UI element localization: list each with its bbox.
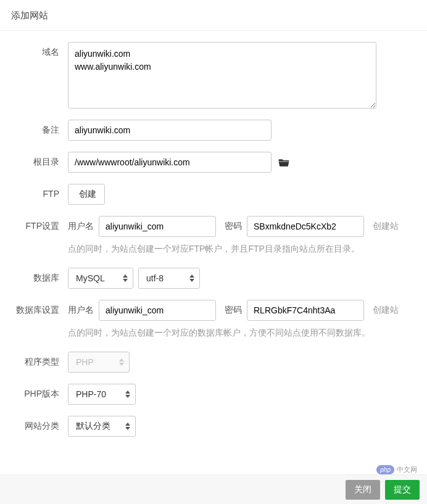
program-select: PHP <box>68 352 130 373</box>
ftp-pwd-label: 密码 <box>225 221 242 232</box>
label-ftp: FTP <box>0 184 68 199</box>
domain-textarea[interactable] <box>68 42 376 109</box>
category-select[interactable]: 默认分类 <box>68 416 136 437</box>
dialog-title: 添加网站 <box>0 0 427 31</box>
db-pwd-label: 密码 <box>225 305 242 316</box>
db-engine-select[interactable]: MySQL <box>68 268 133 289</box>
ftp-select[interactable]: 创建 <box>68 184 105 205</box>
db-hint: 点的同时，为站点创建一个对应的数据库帐户，方便不同站点使用不同数据库。 <box>68 321 415 341</box>
ftp-select-value: 创建 <box>79 189 96 200</box>
row-domain: 域名 <box>0 42 415 109</box>
label-db-settings: 数据库设置 <box>0 300 68 316</box>
ftp-user-input[interactable] <box>99 216 216 237</box>
row-phpver: PHP版本 PHP-70 <box>0 384 415 405</box>
row-category: 网站分类 默认分类 <box>0 416 415 437</box>
row-program: 程序类型 PHP <box>0 352 415 373</box>
phpver-value: PHP-70 <box>76 389 106 399</box>
remark-input[interactable] <box>68 120 272 141</box>
row-ftp: FTP 创建 <box>0 184 415 205</box>
db-user-label: 用户名 <box>68 305 94 316</box>
ftp-hint: 点的同时，为站点创建一个对应FTP帐户，并且FTP目录指向站点所在目录。 <box>68 237 415 257</box>
ftp-hint-prefix: 创建站 <box>373 221 399 232</box>
chevron-updown-icon <box>119 358 124 366</box>
phpver-select[interactable]: PHP-70 <box>68 384 136 405</box>
program-value: PHP <box>76 357 94 367</box>
submit-button[interactable]: 提交 <box>385 480 420 500</box>
label-database: 数据库 <box>0 268 68 284</box>
category-value: 默认分类 <box>76 421 110 432</box>
row-db-settings: 数据库设置 用户名 密码 创建站 点的同时，为站点创建一个对应的数据库帐户，方便… <box>0 300 415 341</box>
label-root: 根目录 <box>0 152 68 168</box>
root-input[interactable] <box>68 152 272 173</box>
ftp-pwd-input[interactable] <box>247 216 364 237</box>
row-database: 数据库 MySQL utf-8 <box>0 268 415 289</box>
row-ftp-settings: FTP设置 用户名 密码 创建站 点的同时，为站点创建一个对应FTP帐户，并且F… <box>0 216 415 257</box>
chevron-updown-icon <box>125 390 130 398</box>
folder-icon[interactable] <box>278 157 290 167</box>
label-category: 网站分类 <box>0 416 68 432</box>
dialog-footer: 关闭 提交 <box>0 474 427 504</box>
db-pwd-input[interactable] <box>247 300 364 321</box>
row-root: 根目录 <box>0 152 415 173</box>
db-hint-prefix: 创建站 <box>373 305 399 316</box>
row-remark: 备注 <box>0 120 415 141</box>
label-ftp-settings: FTP设置 <box>0 216 68 232</box>
db-user-input[interactable] <box>99 300 216 321</box>
ftp-user-label: 用户名 <box>68 221 94 232</box>
label-remark: 备注 <box>0 120 68 136</box>
watermark-text: 中文网 <box>397 465 417 474</box>
chevron-updown-icon <box>189 275 194 282</box>
chevron-updown-icon <box>125 423 130 430</box>
label-phpver: PHP版本 <box>0 384 68 400</box>
label-program: 程序类型 <box>0 352 68 368</box>
db-engine-value: MySQL <box>76 273 105 283</box>
db-charset-value: utf-8 <box>146 273 164 283</box>
close-button[interactable]: 关闭 <box>346 480 380 500</box>
chevron-updown-icon <box>123 275 128 282</box>
watermark: php 中文网 <box>376 465 417 474</box>
watermark-bubble: php <box>376 465 394 474</box>
db-charset-select[interactable]: utf-8 <box>138 268 200 289</box>
label-domain: 域名 <box>0 42 68 58</box>
add-site-form: 域名 备注 根目录 FTP 创建 FTP设置 用户名 <box>0 31 427 437</box>
